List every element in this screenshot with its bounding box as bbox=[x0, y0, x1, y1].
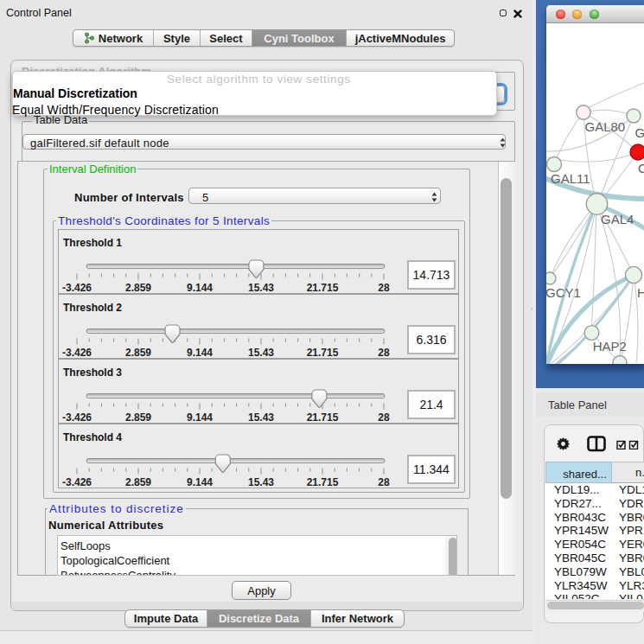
svg-text:28: 28 bbox=[378, 347, 390, 359]
svg-text:21.715: 21.715 bbox=[307, 282, 339, 294]
svg-text:-3.426: -3.426 bbox=[62, 347, 92, 359]
svg-text:21.715: 21.715 bbox=[307, 411, 339, 424]
svg-text:-3.426: -3.426 bbox=[62, 411, 92, 424]
svg-text:21.715: 21.715 bbox=[307, 347, 339, 359]
svg-text:9.144: 9.144 bbox=[187, 411, 213, 424]
svg-text:15.43: 15.43 bbox=[248, 347, 274, 359]
svg-text:28: 28 bbox=[378, 282, 390, 294]
svg-text:21.715: 21.715 bbox=[307, 476, 339, 488]
svg-text:GAL80: GAL80 bbox=[585, 119, 626, 134]
svg-text:9.144: 9.144 bbox=[187, 347, 213, 359]
svg-text:GCY1: GCY1 bbox=[546, 285, 581, 300]
svg-text:CD: CD bbox=[638, 161, 644, 175]
svg-text:28: 28 bbox=[378, 476, 390, 488]
svg-text:-3.426: -3.426 bbox=[62, 476, 92, 488]
svg-text:2.859: 2.859 bbox=[125, 411, 151, 424]
svg-text:HAP2: HAP2 bbox=[593, 339, 627, 354]
svg-text:28: 28 bbox=[378, 411, 390, 424]
svg-text:GAL4: GAL4 bbox=[601, 212, 634, 226]
svg-text:15.43: 15.43 bbox=[248, 411, 274, 424]
svg-text:2.859: 2.859 bbox=[125, 347, 151, 359]
svg-text:2.859: 2.859 bbox=[125, 476, 151, 488]
svg-text:9.144: 9.144 bbox=[187, 282, 213, 294]
svg-text:2.859: 2.859 bbox=[125, 282, 151, 294]
svg-text:-3.426: -3.426 bbox=[62, 282, 92, 294]
svg-text:15.43: 15.43 bbox=[248, 476, 274, 488]
svg-text:GAL: GAL bbox=[635, 125, 644, 140]
svg-text:9.144: 9.144 bbox=[187, 476, 213, 488]
svg-text:GAL11: GAL11 bbox=[551, 171, 590, 186]
svg-text:HA: HA bbox=[637, 285, 644, 300]
svg-text:15.43: 15.43 bbox=[248, 282, 274, 294]
